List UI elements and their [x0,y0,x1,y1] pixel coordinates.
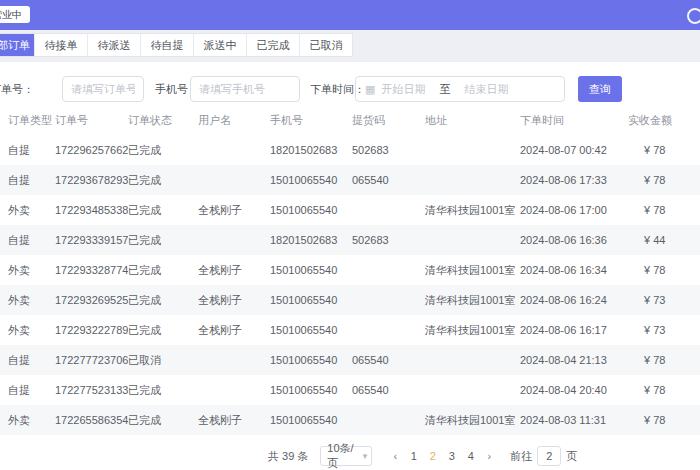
table-cell [198,165,270,195]
table-cell: 15010065540 [270,405,352,435]
date-range-picker[interactable]: ▦ 开始日期 至 结束日期 [355,76,565,102]
table-cell [352,405,425,435]
tab-pending-pickup[interactable]: 待自提 [141,34,194,56]
table-row: 外卖1722934853388已完成全栈刚子15010065540清华科技园10… [0,195,700,225]
tab-cancelled[interactable]: 已取消 [300,34,352,56]
table-row: 自提1722777237061已取消150100655400655402024-… [0,345,700,375]
table-cell [352,315,425,345]
end-date-placeholder[interactable]: 结束日期 [464,82,508,97]
table-cell: ¥ 73 [628,315,700,345]
table-cell: 2024-08-06 17:00 [520,195,628,225]
table-cell: 18201502683 [270,135,352,165]
pager-pages: 1234 [404,446,480,466]
table-cell: 2024-08-07 00:42 [520,135,628,165]
table-cell: 1722932227893 [55,315,128,345]
status-badge: 营业中 [0,6,30,23]
table-cell: 自提 [0,345,55,375]
table-cell: 2024-08-06 17:33 [520,165,628,195]
table-cell: 2024-08-06 16:17 [520,315,628,345]
table-cell: 已完成 [128,195,198,225]
column-header: 用户名 [198,105,270,135]
table-cell [352,285,425,315]
page-number-3[interactable]: 3 [442,446,461,466]
table-cell: 外卖 [0,405,55,435]
table-cell: 自提 [0,165,55,195]
page-number-1[interactable]: 1 [404,446,423,466]
table-cell: 065540 [352,165,425,195]
table-cell: 1722932695256 [55,285,128,315]
table-cell: 已完成 [128,165,198,195]
table-cell [425,225,520,255]
table-cell: 15010065540 [270,315,352,345]
total-count: 共 39 条 [268,449,308,464]
start-date-placeholder[interactable]: 开始日期 [381,82,425,97]
table-cell: 15010065540 [270,255,352,285]
table-cell: ¥ 78 [628,195,700,225]
table-cell: 已取消 [128,345,198,375]
table-cell: 已完成 [128,225,198,255]
order-no-label: 订单号： [0,76,34,102]
table-row: 自提1722933391577已完成182015026835026832024-… [0,225,700,255]
table-cell: 065540 [352,345,425,375]
page-number-4[interactable]: 4 [461,446,480,466]
table-cell: 18201502683 [270,225,352,255]
column-header: 订单状态 [128,105,198,135]
table-cell: 15010065540 [270,195,352,225]
table-cell: 外卖 [0,315,55,345]
table-cell: ¥ 78 [628,255,700,285]
table-row: 外卖1722932695256已完成全栈刚子15010065540清华科技园10… [0,285,700,315]
table-cell: ¥ 78 [628,405,700,435]
tab-pending-dispatch[interactable]: 待派送 [88,34,141,56]
search-button[interactable]: 查询 [578,76,622,102]
tab-strip: 全部订单待接单待派送待自提派送中已完成已取消 [0,30,700,62]
next-page-button[interactable]: › [480,450,498,462]
table-cell: 已完成 [128,315,198,345]
column-header: 地址 [425,105,520,135]
column-header: 订单类型 [0,105,55,135]
goto-page-input[interactable] [537,446,561,466]
table-cell: 已完成 [128,375,198,405]
tab-all-orders[interactable]: 全部订单 [0,34,35,56]
prev-page-button[interactable]: ‹ [386,450,404,462]
table-cell: 全栈刚子 [198,405,270,435]
table-cell [198,375,270,405]
table-cell: 15010065540 [270,375,352,405]
phone-input[interactable] [190,76,300,102]
table-cell: ¥ 78 [628,345,700,375]
page: 营业中 全部订单待接单待派送待自提派送中已完成已取消 订单号： 手机号： 下单时… [0,0,700,470]
chevron-down-icon: ▾ [363,451,368,461]
filter-bar: 订单号： 手机号： 下单时间： ▦ 开始日期 至 结束日期 查询 [0,76,700,102]
order-no-input[interactable] [62,76,144,102]
column-header: 提货码 [352,105,425,135]
table-cell: 已完成 [128,405,198,435]
table-row: 外卖1722932227893已完成全栈刚子15010065540清华科技园10… [0,315,700,345]
table-cell: 2024-08-06 16:34 [520,255,628,285]
column-header: 订单号 [55,105,128,135]
table-cell: 15010065540 [270,165,352,195]
table-row: 外卖1722933287749已完成全栈刚子15010065540清华科技园10… [0,255,700,285]
tab-pending-accept[interactable]: 待接单 [35,34,88,56]
table-header: 订单类型订单号订单状态用户名手机号提货码地址下单时间实收金额 [0,105,700,135]
table-cell [352,255,425,285]
tab-delivering[interactable]: 派送中 [194,34,247,56]
table-cell: 全栈刚子 [198,315,270,345]
table-cell: 1722936782932 [55,165,128,195]
table-cell: 15010065540 [270,285,352,315]
table-cell [198,225,270,255]
table-cell: 已完成 [128,285,198,315]
table-cell: ¥ 44 [628,225,700,255]
table-cell [425,135,520,165]
table-cell: 2024-08-04 20:40 [520,375,628,405]
table-cell [198,345,270,375]
table-cell: 外卖 [0,285,55,315]
clock-icon[interactable] [687,8,700,24]
table-cell: 1722934853388 [55,195,128,225]
page-number-2[interactable]: 2 [423,446,442,466]
table-cell: 已完成 [128,135,198,165]
content-card: 订单号： 手机号： 下单时间： ▦ 开始日期 至 结束日期 查询 订单类型订单号… [0,62,700,470]
page-size-select[interactable]: 10条/页 ▾ [320,446,372,466]
tab-completed[interactable]: 已完成 [247,34,300,56]
table-cell [352,195,425,225]
table-cell: 1722933391577 [55,225,128,255]
table-cell: 1722962576620 [55,135,128,165]
